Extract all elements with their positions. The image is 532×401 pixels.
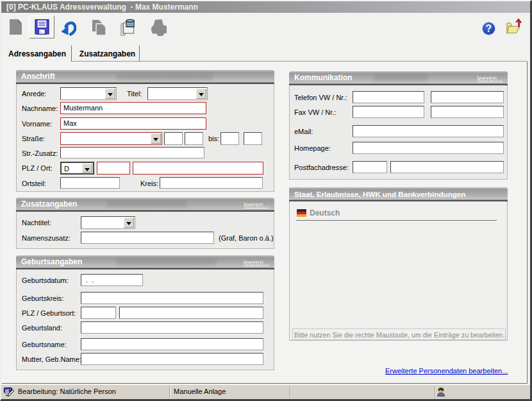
svg-text:?: ? bbox=[486, 23, 492, 34]
